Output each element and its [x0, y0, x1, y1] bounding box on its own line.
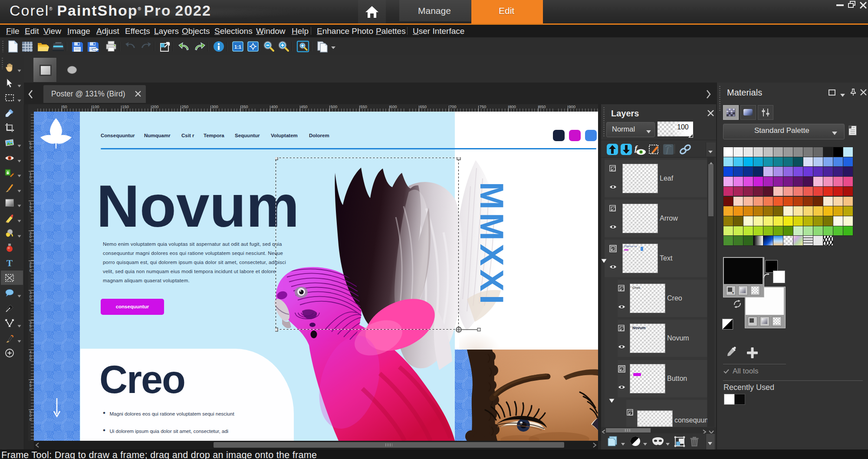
svg-text:T: T: [7, 258, 13, 268]
svg-text:1:1: 1:1: [234, 44, 241, 50]
